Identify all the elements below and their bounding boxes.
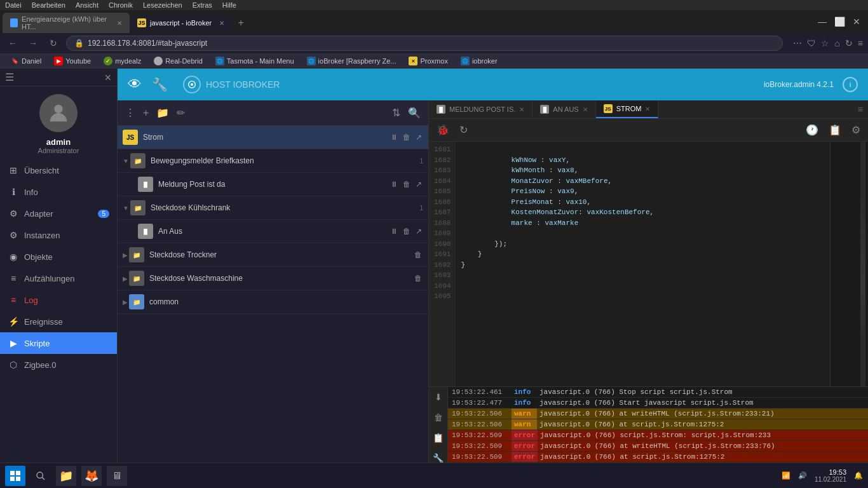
- browser-tab-0[interactable]: Energieanzeige (kWh) über HT... ✕: [3, 13, 130, 33]
- nav-sync[interactable]: ↻: [845, 38, 853, 48]
- log-clear-icon[interactable]: 🗑: [431, 410, 445, 425]
- expand-arrow-kuhlschrank[interactable]: ▼: [123, 205, 129, 212]
- nav-more[interactable]: ⋯: [793, 38, 802, 48]
- wrench-icon[interactable]: 🔧: [152, 77, 168, 92]
- delete-icon-anaus[interactable]: 🗑: [402, 226, 412, 237]
- toolbar-edit-button[interactable]: ✏: [174, 104, 187, 121]
- script-item-trockner[interactable]: ▶ 📁 Steckdose Trockner 🗑: [118, 243, 428, 267]
- code-content[interactable]: kWhNow : vaxY, kWhMonth : vax8, MonatZuv…: [456, 142, 830, 386]
- sidebar-menu-icon[interactable]: ☰: [5, 71, 14, 83]
- script-item-strom[interactable]: JS Strom ⏸ 🗑 ↗: [118, 126, 428, 149]
- editor-tabs-menu[interactable]: ≡: [853, 100, 868, 118]
- sidebar-item-adapter[interactable]: ⚙ Adapter 5: [0, 203, 117, 224]
- sidebar-item-skripte[interactable]: ▶ Skripte: [0, 332, 117, 354]
- toolbar-sort-button[interactable]: ⇅: [390, 104, 403, 121]
- open-icon-meldung[interactable]: ↗: [414, 179, 423, 190]
- taskbar-app[interactable]: 🖥: [107, 466, 127, 486]
- toolbar-menu-icon[interactable]: ⋮: [123, 104, 138, 121]
- start-button[interactable]: [5, 466, 25, 486]
- toolbar-folder-button[interactable]: 📁: [154, 104, 172, 121]
- script-item-common[interactable]: ▶ 📁 common: [118, 290, 428, 314]
- menu-datei[interactable]: Datei: [5, 1, 22, 9]
- eye-icon[interactable]: 👁: [128, 76, 142, 93]
- expand-arrow-bewegungsmelder[interactable]: ▼: [123, 158, 129, 165]
- nav-shield[interactable]: 🛡: [807, 38, 816, 48]
- taskbar-filemanager[interactable]: 📁: [56, 466, 76, 486]
- open-icon-anaus[interactable]: ↗: [414, 226, 423, 237]
- script-item-bewegungsmelder[interactable]: ▼ 📁 Bewegungsmelder Briefkasten 1: [118, 149, 428, 173]
- code-area[interactable]: 1681168216831684168516861687168816891690…: [429, 142, 868, 386]
- delete-icon-strom[interactable]: 🗑: [402, 132, 412, 143]
- bookmark-tasmota[interactable]: 🌐 Tasmota - Main Menu: [210, 55, 299, 67]
- sidebar-item-ubersicht[interactable]: ⊞ Übersicht: [0, 159, 117, 181]
- maximize-button[interactable]: ⬜: [834, 17, 845, 27]
- menu-hilfe[interactable]: Hilfe: [222, 1, 236, 9]
- editor-tab-strom[interactable]: JS STROM ✕: [596, 100, 659, 118]
- address-bar[interactable]: 🔒 192.168.178.4:8081/#tab-javascript: [66, 36, 783, 51]
- sidebar-item-zigbee[interactable]: ⬡ Zigbee.0: [0, 354, 117, 376]
- tab-close-meldung[interactable]: ✕: [519, 106, 524, 113]
- script-item-kuhlschrank[interactable]: ▼ 📁 Steckdose Kühlschrank 1: [118, 196, 428, 220]
- sidebar-item-info[interactable]: ℹ Info: [0, 181, 117, 203]
- script-item-anaus[interactable]: ▐▌ An Aus ⏸ 🗑 ↗: [118, 220, 428, 243]
- tab-close-1[interactable]: ✕: [219, 20, 224, 27]
- delete-icon-meldung[interactable]: 🗑: [402, 179, 412, 190]
- menu-lesezeichen[interactable]: Lesezeichen: [143, 1, 182, 9]
- pause-icon-meldung[interactable]: ⏸: [389, 179, 399, 190]
- bookmark-iobroker2[interactable]: 🌐 iobroker: [456, 55, 503, 67]
- notification-icon[interactable]: 🔔: [854, 471, 863, 480]
- expand-arrow-waschmaschine[interactable]: ▶: [123, 275, 128, 282]
- menu-extras[interactable]: Extras: [193, 1, 212, 9]
- expand-arrow-trockner[interactable]: ▶: [123, 252, 128, 259]
- tab-close-anaus[interactable]: ✕: [583, 106, 588, 113]
- log-download-icon[interactable]: ⬇: [432, 390, 445, 405]
- pause-icon-anaus[interactable]: ⏸: [389, 226, 399, 237]
- iobroker-top-logo[interactable]: i: [843, 77, 858, 92]
- script-item-meldung[interactable]: ▐▌ Meldung Post ist da ⏸ 🗑 ↗: [118, 173, 428, 196]
- copy-icon[interactable]: 📋: [826, 121, 844, 139]
- nav-menu[interactable]: ≡: [858, 38, 863, 48]
- reload-button[interactable]: ↻: [46, 36, 61, 51]
- nav-home[interactable]: ⌂: [834, 38, 839, 48]
- bookmark-youtube[interactable]: ▶ Youtube: [49, 55, 96, 67]
- taskbar-firefox[interactable]: 🦊: [81, 466, 102, 486]
- taskbar-search[interactable]: [31, 466, 51, 486]
- sidebar-close-icon[interactable]: ✕: [104, 72, 112, 83]
- toolbar-search-button[interactable]: 🔍: [405, 104, 423, 121]
- delete-icon-trockner[interactable]: 🗑: [413, 249, 423, 261]
- script-item-waschmaschine[interactable]: ▶ 📁 Steckdose Waschmaschine 🗑: [118, 267, 428, 290]
- bookmark-realdebrid[interactable]: Real-Debrid: [149, 55, 208, 67]
- clock-icon[interactable]: 🕐: [803, 121, 821, 139]
- bookmark-iobroker[interactable]: 🌐 ioBroker [Raspberry Ze...: [302, 55, 402, 67]
- new-tab-button[interactable]: +: [232, 14, 250, 32]
- close-button[interactable]: ✕: [853, 17, 860, 27]
- bookmark-proxmox[interactable]: ✕ Proxmox: [403, 55, 452, 67]
- sidebar-item-ereignisse[interactable]: ⚡ Ereignisse: [0, 311, 117, 332]
- open-icon-strom[interactable]: ↗: [414, 132, 423, 143]
- sidebar-item-objekte[interactable]: ◉ Objekte: [0, 246, 117, 268]
- refresh-icon[interactable]: ↻: [457, 121, 470, 139]
- sidebar-item-instanzen[interactable]: ⚙ Instanzen: [0, 224, 117, 246]
- log-copy-icon[interactable]: 📋: [430, 430, 446, 445]
- tab-close-0[interactable]: ✕: [117, 20, 122, 27]
- minimize-button[interactable]: —: [818, 17, 827, 27]
- bookmark-mydealz[interactable]: ✓ mydealz: [98, 55, 146, 67]
- tab-close-strom[interactable]: ✕: [645, 105, 650, 112]
- settings-icon[interactable]: ⚙: [849, 121, 863, 139]
- sidebar-item-aufzahlungen[interactable]: ≡ Aufzählungen: [0, 268, 117, 289]
- expand-arrow-common[interactable]: ▶: [123, 299, 128, 306]
- pause-icon-strom[interactable]: ⏸: [389, 132, 399, 143]
- menu-ansicht[interactable]: Ansicht: [76, 1, 98, 9]
- back-button[interactable]: ←: [5, 36, 20, 51]
- nav-star[interactable]: ☆: [821, 38, 829, 48]
- sidebar-item-log[interactable]: ≡ Log: [0, 289, 117, 311]
- editor-tab-meldung[interactable]: ▐▌ MELDUNG POST IS. ✕: [429, 101, 532, 118]
- forward-button[interactable]: →: [25, 36, 41, 51]
- menu-chronik[interactable]: Chronik: [109, 1, 133, 9]
- browser-tab-1[interactable]: JS javascript - ioBroker ✕: [130, 16, 232, 30]
- menu-bearbeiten[interactable]: Bearbeiten: [32, 1, 65, 9]
- debug-icon[interactable]: 🐞: [434, 121, 452, 139]
- delete-icon-waschmaschine[interactable]: 🗑: [413, 273, 423, 284]
- toolbar-add-button[interactable]: +: [140, 105, 151, 121]
- editor-tab-anaus[interactable]: ▐▌ AN AUS ✕: [532, 101, 595, 118]
